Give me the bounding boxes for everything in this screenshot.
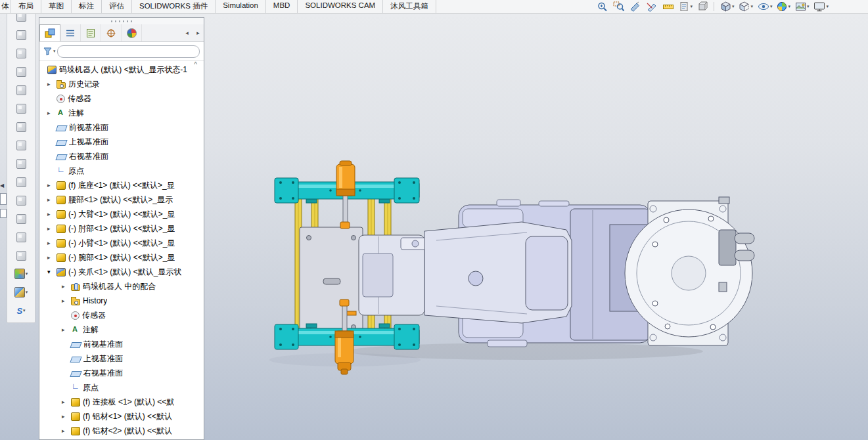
expand-arrow-icon[interactable] — [62, 428, 71, 434]
expand-arrow-icon[interactable] — [47, 110, 57, 116]
filter-dropdown-icon[interactable]: ▾ — [53, 49, 56, 54]
tree-item-sub-history[interactable]: History — [39, 294, 204, 308]
view-settings-icon[interactable]: ▾ — [812, 1, 830, 12]
measure-icon[interactable] — [661, 1, 675, 12]
tree-item-base-part[interactable]: (f) 底座<1> (默认) <<默认>_显 — [39, 178, 204, 192]
menu-tab-addins[interactable]: SOLIDWORKS 插件 — [132, 0, 216, 13]
dynamic-section-icon[interactable] — [645, 1, 659, 12]
exploded-view-icon[interactable] — [9, 191, 34, 209]
menu-tab-solidworks-cam[interactable]: SOLIDWORKS CAM — [298, 0, 383, 13]
assembly-features-icon[interactable] — [9, 118, 34, 136]
tab-configuration-manager[interactable] — [81, 24, 101, 41]
tree-item-clipped[interactable] — [39, 438, 204, 439]
bill-of-materials-icon[interactable] — [9, 173, 34, 191]
panel-tab-scroll-right-icon[interactable] — [193, 24, 204, 41]
panel-drag-handle[interactable] — [39, 18, 204, 24]
expand-arrow-icon[interactable] — [62, 413, 71, 420]
mass-properties-icon[interactable]: ▾ — [677, 1, 694, 12]
tree-item-smallarm-part[interactable]: (-) 小臂<1> (默认) <<默认>_显 — [39, 236, 204, 250]
interference-detection-icon[interactable] — [9, 228, 34, 246]
tree-item-sub-top-plane[interactable]: 上视基准面 — [39, 351, 204, 366]
expand-arrow-icon[interactable] — [47, 182, 57, 188]
tab-feature-manager-tree[interactable] — [39, 24, 60, 41]
tree-item-waist-part[interactable]: 腰部<1> (默认) <<默认>_显示 — [39, 192, 204, 207]
expand-arrow-icon[interactable] — [47, 254, 57, 261]
tree-item-top-plane[interactable]: 上视基准面 — [39, 135, 204, 149]
apply-scene-icon[interactable]: ▾ — [794, 1, 811, 12]
tree-item-history[interactable]: 历史记录 — [39, 77, 204, 91]
panel-collapse-arrow-icon[interactable] — [0, 183, 4, 188]
tree-item-sub-right-plane[interactable]: 右视基准面 — [39, 366, 204, 380]
filter-funnel-icon[interactable] — [43, 47, 53, 56]
edit-appearance-icon[interactable]: ▾ — [775, 1, 792, 12]
expand-arrow-icon[interactable] — [47, 81, 57, 87]
menu-tab-annotate[interactable]: 标注 — [72, 0, 102, 13]
menu-tab-evaluate[interactable]: 评估 — [102, 0, 132, 13]
display-style-icon[interactable]: ▾ — [737, 1, 754, 12]
tree-item-sub-front-plane[interactable]: 前视基准面 — [39, 337, 204, 351]
expand-arrow-icon[interactable] — [62, 283, 71, 290]
show-hidden-components-icon[interactable] — [9, 99, 34, 118]
menu-tab-sketch[interactable]: 草图 — [41, 0, 72, 13]
tree-scroll-up[interactable]: ^ — [194, 61, 197, 68]
view-orientation-cube-icon[interactable]: ▾ — [9, 265, 34, 283]
tree-item-gripper-subassembly[interactable]: (-) 夹爪<1> (默认) <默认_显示状 — [39, 265, 204, 279]
menu-tab-layout[interactable]: 布局 — [11, 0, 41, 13]
expand-arrow-icon[interactable] — [47, 211, 57, 217]
tree-item-sub-sensors[interactable]: 传感器 — [39, 308, 204, 322]
tab-dimxpert-manager[interactable] — [101, 24, 122, 41]
display-style-cube-icon[interactable]: ▾ — [9, 283, 34, 301]
tree-item-root-assembly[interactable]: 码垛机器人 (默认) <默认_显示状态-1 — [39, 62, 204, 77]
explode-line-sketch-icon[interactable] — [9, 209, 34, 228]
menu-tab-mbd[interactable]: MBD — [266, 0, 298, 13]
view-orientation-icon[interactable]: ▾ — [719, 1, 736, 12]
tree-item-wrist-part[interactable]: (-) 腕部<1> (默认) <<默认>_显 — [39, 250, 204, 265]
expand-arrow-icon[interactable] — [62, 399, 71, 405]
tree-item-right-plane[interactable]: 右视基准面 — [39, 149, 204, 164]
tree-item-sensors[interactable]: 传感器 — [39, 91, 204, 106]
model-wrist[interactable] — [359, 235, 430, 315]
menu-tab-mufeng-toolbox[interactable]: 沐风工具箱 — [383, 0, 436, 13]
collapse-arrow-icon[interactable] — [47, 269, 57, 275]
model-connector-plate[interactable] — [300, 227, 363, 338]
smart-fasteners-icon[interactable] — [9, 62, 34, 81]
tree-item-profile1-part[interactable]: (f) 铝材<1> (默认) <<默认 — [39, 409, 204, 424]
zoom-to-fit-icon[interactable] — [595, 1, 610, 12]
spline-tool-icon[interactable]: ▾ — [9, 301, 34, 320]
tab-display-manager[interactable] — [122, 24, 142, 41]
tree-item-origin[interactable]: 原点 — [39, 164, 204, 178]
tab-property-manager[interactable] — [60, 24, 81, 41]
section-view-icon[interactable] — [628, 1, 643, 12]
menu-tab-assembly-partial[interactable]: 体 — [0, 0, 11, 13]
model-arm-body[interactable] — [424, 200, 651, 347]
instant3d-icon[interactable] — [9, 246, 34, 265]
panel-tab-scroll-left-icon[interactable] — [181, 24, 193, 41]
model-cylinder-top[interactable] — [336, 161, 355, 229]
zoom-to-area-icon[interactable] — [612, 1, 626, 12]
reference-geometry-icon[interactable] — [9, 136, 34, 154]
tree-item-sub-annotations[interactable]: 注解 — [39, 322, 204, 337]
tree-item-profile2-part[interactable]: (f) 铝材<2> (默认) <<默认 — [39, 424, 204, 438]
menu-tab-simulation[interactable]: Simulation — [216, 0, 266, 13]
new-motion-study-icon[interactable] — [9, 154, 34, 173]
expand-arrow-icon[interactable] — [62, 297, 71, 304]
expand-arrow-icon[interactable] — [62, 326, 71, 333]
tree-item-elbow-part[interactable]: (-) 肘部<1> (默认) <<默认>_显 — [39, 221, 204, 236]
part-icon — [57, 253, 66, 262]
tree-item-sub-origin[interactable]: 原点 — [39, 380, 204, 395]
linear-component-pattern-icon[interactable] — [9, 44, 34, 62]
mate-icon[interactable] — [9, 26, 34, 44]
update-view-icon[interactable] — [696, 1, 709, 12]
tree-item-connect-plate-part[interactable]: (f) 连接板 <1> (默认) <<默 — [39, 395, 204, 409]
tree-item-annotations[interactable]: 注解 — [39, 106, 204, 120]
hide-show-items-icon[interactable]: ▾ — [756, 1, 774, 12]
move-component-icon[interactable] — [9, 81, 34, 99]
tree-item-front-plane[interactable]: 前视基准面 — [39, 120, 204, 135]
tree-filter-input[interactable] — [57, 45, 200, 58]
tree-item-bigarm-part[interactable]: (-) 大臂<1> (默认) <<默认>_显 — [39, 207, 204, 221]
expand-arrow-icon[interactable] — [47, 196, 57, 203]
expand-arrow-icon[interactable] — [47, 240, 57, 246]
tree-item-mates-in-assembly[interactable]: 码垛机器人 中的配合 — [39, 279, 204, 294]
expand-arrow-icon[interactable] — [47, 225, 57, 232]
target-icon — [106, 28, 116, 38]
